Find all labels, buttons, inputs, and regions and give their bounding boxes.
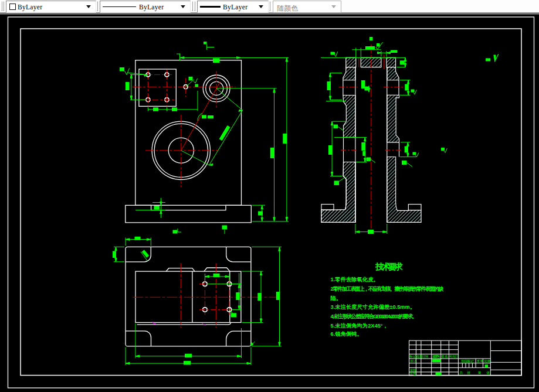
svg-text:1.零件去除氧化皮。: 1.零件去除氧化皮。 (331, 277, 379, 282)
svg-text:分区: 分区 (422, 354, 429, 358)
svg-text:签名: 签名 (441, 354, 448, 359)
svg-text:5.未注倒角均为2X45°，: 5.未注倒角均为2X45°， (331, 322, 388, 329)
svg-text:工艺: 工艺 (409, 372, 416, 376)
svg-text:审核: 审核 (410, 369, 417, 372)
svg-text:阶段标记: 阶段标记 (462, 359, 474, 363)
svg-text:比例: 比例 (484, 359, 491, 363)
svg-text:陷。: 陷。 (331, 295, 342, 301)
svg-text:共: 共 (459, 371, 463, 374)
svg-text:6.锐角倒钝。: 6.锐角倒钝。 (331, 331, 362, 337)
svg-text:3.未注长度尺寸允许偏差±0.5mm。: 3.未注长度尺寸允许偏差±0.5mm。 (331, 304, 416, 310)
svg-text:更改文件号: 更改文件号 (432, 354, 440, 358)
svg-text:张: 张 (486, 371, 490, 375)
svg-text:张: 张 (467, 371, 470, 375)
svg-text:技术要求: 技术要求 (375, 262, 404, 271)
svg-text:4.未注形状公差应符合GB01804-2000的要求。: 4.未注形状公差应符合GB01804-2000的要求。 (331, 313, 418, 319)
svg-text:年、月、日: 年、月、日 (449, 354, 458, 359)
svg-text:第: 第 (478, 371, 482, 374)
svg-text:标记: 标记 (409, 354, 416, 359)
svg-text:重量: 重量 (477, 359, 484, 363)
svg-text:2.零件加工表面上，不应有划痕、擦伤等损伤零件表面的缺: 2.零件加工表面上，不应有划痕、擦伤等损伤零件表面的缺 (331, 285, 445, 292)
svg-text:设计: 设计 (410, 359, 417, 363)
